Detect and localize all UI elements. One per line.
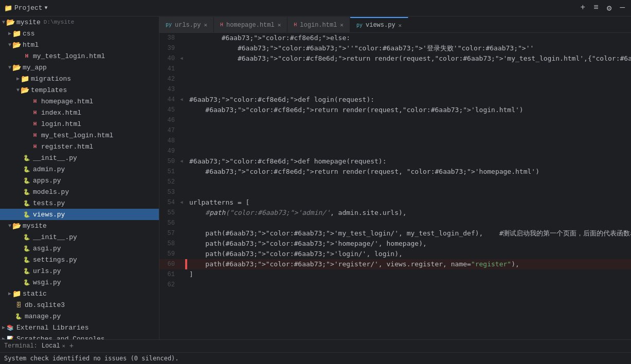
- sidebar-item-templates[interactable]: 📂templates: [0, 84, 159, 96]
- sidebar-item-wsgi_py[interactable]: 🐍wsgi.py: [0, 277, 159, 288]
- fold-marker[interactable]: [178, 259, 185, 269]
- fold-marker[interactable]: [178, 239, 185, 249]
- fold-marker[interactable]: [178, 43, 185, 53]
- folder-icon: 📁: [21, 75, 29, 83]
- tree-item-label: db.sqlite3: [25, 301, 65, 309]
- tab-close-icon[interactable]: ✕: [278, 22, 281, 28]
- add-button[interactable]: +: [579, 2, 588, 14]
- fold-marker[interactable]: [178, 33, 185, 43]
- code-editor[interactable]: 38 #6aab73;">"color:#cf8e6d;">else:39 #6…: [159, 33, 631, 339]
- sidebar-item-my_test_login_html2[interactable]: Hmy_test_login.html: [0, 130, 159, 141]
- fold-marker[interactable]: ◀: [178, 156, 185, 167]
- sidebar-item-tests_py[interactable]: 🐍tests.py: [0, 197, 159, 209]
- tree-item-label: mysite: [23, 222, 47, 230]
- fold-marker[interactable]: [178, 105, 185, 115]
- fold-marker[interactable]: ◀: [178, 197, 185, 208]
- tab-homepage_html_tab[interactable]: Hhomepage.html✕: [214, 17, 287, 32]
- fold-marker[interactable]: [178, 187, 185, 197]
- fold-marker[interactable]: [178, 64, 185, 74]
- project-title[interactable]: 📁 Project ▼: [4, 4, 48, 12]
- fold-marker[interactable]: ◀: [178, 95, 185, 105]
- sidebar-item-db_sqlite[interactable]: 🗄db.sqlite3: [0, 299, 159, 311]
- sidebar-item-register_html[interactable]: Hregister.html: [0, 141, 159, 152]
- tree-item-label: asgi.py: [33, 245, 61, 252]
- fold-marker[interactable]: [178, 228, 185, 239]
- fold-marker[interactable]: [178, 269, 185, 280]
- sidebar-item-index_html[interactable]: Hindex.html: [0, 107, 159, 118]
- sidebar-item-mysite-root[interactable]: 📂mysiteD:\mysite: [0, 16, 159, 28]
- folder-icon: 📁: [12, 29, 21, 38]
- tree-item-label: External Libraries: [16, 324, 88, 332]
- code-content: #6aab73;">"color:#cf8e6d;">else:: [187, 33, 631, 43]
- sidebar-item-urls_py_tree[interactable]: 🐍urls.py: [0, 265, 159, 277]
- tab-login_html_tab[interactable]: Hlogin.html✕: [287, 17, 350, 32]
- sidebar-item-homepage_html[interactable]: Hhomepage.html: [0, 96, 159, 107]
- sidebar-item-manage_py[interactable]: 🐍manage.py: [0, 311, 159, 322]
- html-file-icon: H: [23, 52, 31, 60]
- terminal-content: System check identified no issues (0 sil…: [0, 353, 631, 364]
- code-line-53: 53: [159, 187, 631, 197]
- terminal-add-button[interactable]: +: [69, 342, 74, 350]
- tab-close-icon[interactable]: ✕: [399, 22, 402, 29]
- fold-marker[interactable]: [178, 115, 185, 125]
- fold-marker[interactable]: [178, 177, 185, 187]
- fold-marker[interactable]: [178, 136, 185, 146]
- settings-button[interactable]: ⚙: [605, 2, 614, 14]
- arrow-down-icon: [8, 65, 11, 70]
- sidebar-item-login_html[interactable]: Hlogin.html: [0, 118, 159, 130]
- code-content: [187, 84, 631, 95]
- fold-marker[interactable]: [178, 280, 185, 290]
- terminal-tabs: Terminal: Local ✕ +: [0, 340, 631, 353]
- tree-item-label: models.py: [33, 188, 69, 196]
- sidebar-item-views_py[interactable]: 🐍views.py: [0, 209, 159, 220]
- sidebar-item-my_app[interactable]: 📂my_app: [0, 62, 159, 73]
- tree-item-label: Scratches and Consoles: [16, 335, 105, 340]
- fold-marker[interactable]: ◀: [178, 53, 185, 64]
- fold-marker[interactable]: [178, 208, 185, 218]
- fold-marker[interactable]: [178, 249, 185, 259]
- tab-views_py_tab[interactable]: pyviews.py✕: [350, 17, 408, 32]
- sidebar-item-models_py[interactable]: 🐍models.py: [0, 186, 159, 197]
- sidebar-item-init_py[interactable]: 🐍__init__.py: [0, 152, 159, 163]
- tree-item-label: __init__.py: [33, 233, 77, 241]
- tree-item-label: html: [23, 41, 39, 49]
- py-file-icon: 🐍: [23, 176, 31, 185]
- sidebar-item-my_test_login_html[interactable]: Hmy_test_login.html: [0, 50, 159, 62]
- code-line-49: 49: [159, 146, 631, 156]
- tab-label: urls.py: [175, 22, 201, 29]
- sidebar-item-html[interactable]: 📂html: [0, 39, 159, 50]
- terminal-tab-local[interactable]: Local ✕: [42, 342, 65, 350]
- fold-marker[interactable]: [178, 167, 185, 177]
- minimize-button[interactable]: —: [618, 2, 627, 14]
- line-number: 41: [159, 64, 178, 74]
- py-file-icon: 🐍: [23, 244, 31, 252]
- sidebar-item-asgi_py[interactable]: 🐍asgi.py: [0, 243, 159, 254]
- fold-marker[interactable]: [178, 74, 185, 84]
- sidebar-item-static[interactable]: 📁static: [0, 288, 159, 299]
- code-content: [187, 64, 631, 74]
- sidebar-item-migrations[interactable]: 📁migrations: [0, 73, 159, 84]
- code-content: #path("color:#6aab73;">'admin/', admin.s…: [187, 208, 631, 218]
- tab-urls_py[interactable]: pyurls.py✕: [159, 17, 214, 32]
- code-line-50: 50◀#6aab73;">"color:#cf8e6d;">def homepa…: [159, 156, 631, 167]
- sidebar-item-admin_py[interactable]: 🐍admin.py: [0, 163, 159, 175]
- line-number: 47: [159, 125, 178, 136]
- terminal-close-icon[interactable]: ✕: [62, 343, 65, 349]
- sidebar-item-css[interactable]: 📁css: [0, 28, 159, 39]
- menu-button[interactable]: ≡: [591, 2, 601, 14]
- code-content: [187, 136, 631, 146]
- tree-item-sublabel: D:\mysite: [44, 19, 74, 25]
- fold-marker[interactable]: [178, 125, 185, 136]
- sidebar-item-settings_py[interactable]: 🐍settings.py: [0, 254, 159, 265]
- sidebar-item-apps_py[interactable]: 🐍apps.py: [0, 175, 159, 186]
- tab-close-icon[interactable]: ✕: [204, 22, 207, 28]
- fold-marker[interactable]: [178, 84, 185, 95]
- sidebar-item-init_py2[interactable]: 🐍__init__.py: [0, 231, 159, 243]
- tab-close-icon[interactable]: ✕: [340, 22, 344, 28]
- fold-marker[interactable]: [178, 146, 185, 156]
- tree-item-label: wsgi.py: [33, 279, 61, 286]
- sidebar-item-mysite-inner[interactable]: 📂mysite: [0, 220, 159, 231]
- fold-marker[interactable]: [178, 218, 185, 228]
- sidebar-item-scratches[interactable]: 📝Scratches and Consoles: [0, 333, 159, 339]
- sidebar-item-ext_libs[interactable]: 📚External Libraries: [0, 322, 159, 333]
